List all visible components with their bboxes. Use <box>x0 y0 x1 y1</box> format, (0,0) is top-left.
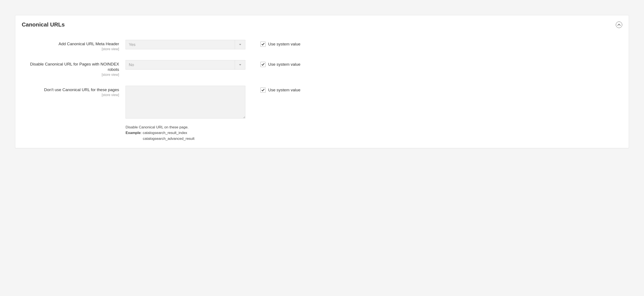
select-value: Yes <box>126 40 235 49</box>
canonical-urls-panel: Canonical URLs Add Canonical URL Meta He… <box>15 15 629 148</box>
chevron-down-icon <box>235 60 245 69</box>
example-value: catalogsearch_result_index <box>142 131 187 135</box>
row-add-canonical: Add Canonical URL Meta Header [store vie… <box>22 40 622 51</box>
panel-title: Canonical URLs <box>22 21 64 28</box>
use-system-label: Use system value <box>268 62 300 67</box>
check-icon <box>261 43 265 46</box>
row-exclude-pages: Don't use Canonical URL for these pages … <box>22 86 622 142</box>
chevron-down-icon <box>235 40 245 49</box>
check-cell: Use system value <box>252 86 622 93</box>
check-cell: Use system value <box>252 60 622 67</box>
label-cell: Don't use Canonical URL for these pages … <box>22 86 119 97</box>
chevron-up-icon <box>618 24 620 26</box>
help-example-line2: catalogsearch_advanced_result <box>126 136 245 142</box>
disable-noindex-select[interactable]: No <box>126 60 245 70</box>
field-label: Disable Canonical URL for Pages with NOI… <box>22 62 119 72</box>
example-label: Example <box>126 131 141 135</box>
field-label: Add Canonical URL Meta Header <box>22 41 119 47</box>
scope-label: [store view] <box>22 47 119 51</box>
check-icon <box>261 63 265 66</box>
add-canonical-select[interactable]: Yes <box>126 40 245 49</box>
use-system-checkbox-add-canonical[interactable] <box>260 42 266 47</box>
field-label: Don't use Canonical URL for these pages <box>22 87 119 93</box>
use-system-label: Use system value <box>268 42 300 46</box>
form-rows: Add Canonical URL Meta Header [store vie… <box>22 40 622 142</box>
example-value: catalogsearch_advanced_result <box>126 136 194 142</box>
check-icon <box>261 88 265 92</box>
help-text: Disable Canonical URL on these page. Exa… <box>126 124 245 142</box>
label-cell: Disable Canonical URL for Pages with NOI… <box>22 60 119 77</box>
check-cell: Use system value <box>252 40 622 47</box>
label-cell: Add Canonical URL Meta Header [store vie… <box>22 40 119 51</box>
control-cell: Yes <box>126 40 245 49</box>
exclude-pages-textarea[interactable] <box>126 86 245 118</box>
scope-label: [store view] <box>22 93 119 97</box>
panel-header: Canonical URLs <box>22 21 622 28</box>
row-disable-noindex: Disable Canonical URL for Pages with NOI… <box>22 60 622 77</box>
control-cell: Disable Canonical URL on these page. Exa… <box>126 86 245 142</box>
scope-label: [store view] <box>22 73 119 77</box>
select-value: No <box>126 60 235 69</box>
collapse-toggle[interactable] <box>616 22 622 28</box>
help-line: Disable Canonical URL on these page. <box>126 124 245 130</box>
use-system-checkbox-exclude-pages[interactable] <box>260 88 266 93</box>
use-system-checkbox-disable-noindex[interactable] <box>260 62 266 67</box>
control-cell: No <box>126 60 245 70</box>
use-system-label: Use system value <box>268 88 300 92</box>
help-example-line: Example: catalogsearch_result_index <box>126 130 245 136</box>
